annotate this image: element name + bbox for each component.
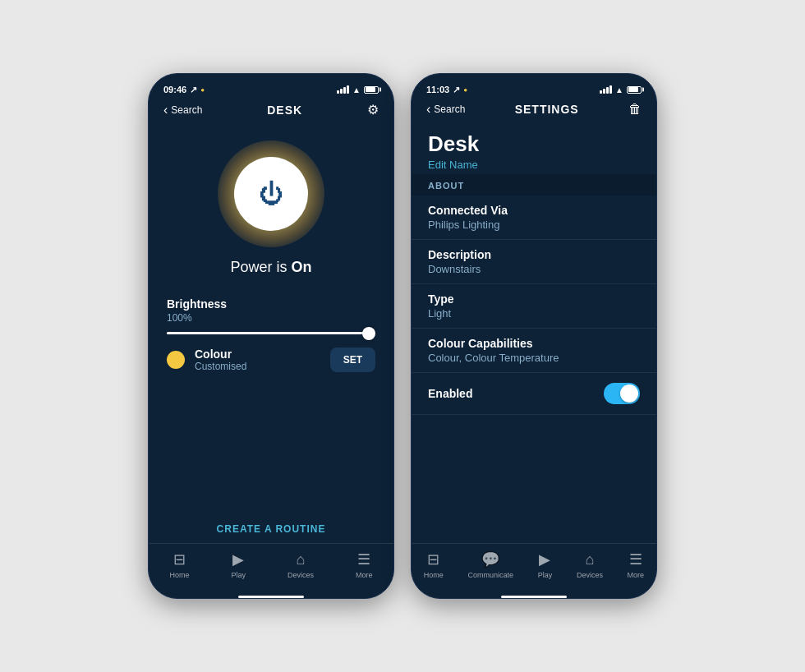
phones-container: 09:46 ↗ ● ▲ ‹ Search	[131, 57, 674, 615]
nav-item-home-left[interactable]: ⊟ Home	[169, 550, 189, 579]
status-bar-right: 11:03 ↗ ● ▲	[412, 74, 656, 100]
status-bar-left: 09:46 ↗ ● ▲	[149, 74, 393, 100]
home-label-left: Home	[169, 571, 189, 579]
type-value: Light	[428, 307, 640, 320]
chevron-left-icon-right: ‹	[426, 102, 430, 117]
brightness-label: Brightness	[167, 297, 375, 311]
devices-label-left: Devices	[288, 571, 314, 579]
more-icon-left: ☰	[357, 550, 370, 568]
description-label: Description	[428, 248, 640, 261]
brightness-pct: 100%	[167, 312, 375, 324]
edit-name-button[interactable]: Edit Name	[428, 159, 640, 171]
location-icon: ↗	[190, 85, 197, 95]
connected-via-value: Philips Lighting	[428, 219, 640, 231]
enabled-label: Enabled	[428, 387, 472, 400]
power-status-bold: On	[292, 259, 312, 275]
home-label-right: Home	[424, 571, 444, 579]
wifi-icon-right: ▲	[615, 85, 623, 94]
type-label: Type	[428, 292, 640, 306]
nav-item-play-left[interactable]: ▶ Play	[231, 550, 246, 579]
setting-row-type: Type Light	[412, 284, 656, 329]
more-icon-right: ☰	[629, 550, 642, 568]
home-bar-left	[238, 596, 304, 598]
power-section: ⏻ Power is On	[149, 124, 393, 284]
power-button-wrapper[interactable]: ⏻	[218, 140, 324, 247]
colour-section: Colour Customised SET	[167, 348, 375, 372]
description-value: Downstairs	[428, 263, 640, 275]
time-left: 09:46	[163, 85, 186, 94]
devices-icon-left: ⌂	[297, 551, 306, 568]
slider-track	[167, 332, 375, 334]
home-icon-right: ⊟	[427, 550, 439, 568]
battery-icon	[364, 86, 379, 94]
wifi-icon: ▲	[352, 85, 361, 94]
toggle-thumb	[620, 384, 638, 403]
trash-icon[interactable]: 🗑	[628, 102, 642, 117]
colour-caps-value: Colour, Colour Temperature	[428, 352, 640, 364]
more-label-left: More	[356, 571, 373, 579]
routine-section: CREATE A ROUTINE	[149, 385, 393, 543]
status-left-right: 11:03 ↗ ●	[426, 85, 467, 95]
create-routine-button[interactable]: CREATE A ROUTINE	[217, 523, 326, 535]
slider-thumb[interactable]	[362, 327, 375, 340]
power-icon: ⏻	[259, 180, 283, 208]
battery-icon-right	[627, 86, 642, 94]
dot-indicator: ●	[200, 86, 205, 94]
time-right: 11:03	[426, 85, 449, 94]
power-status: Power is On	[230, 259, 311, 276]
nav-bar-left: ‹ Search DESK ⚙	[149, 100, 393, 124]
signal-bars-right	[600, 85, 612, 94]
setting-row-connected: Connected Via Philips Lighting	[412, 196, 656, 240]
back-button-left[interactable]: ‹ Search	[163, 103, 202, 117]
bottom-nav-right: ⊟ Home 💬 Communicate ▶ Play ⌂ Devices ☰ …	[412, 543, 656, 591]
nav-item-play-right[interactable]: ▶ Play	[538, 550, 553, 579]
controls-section: Brightness 100% Colour Customised SET	[149, 284, 393, 385]
back-button-right[interactable]: ‹ Search	[426, 102, 465, 117]
colour-caps-label: Colour Capabilities	[428, 337, 640, 350]
right-phone: 11:03 ↗ ● ▲ ‹ Search	[411, 73, 657, 599]
enabled-row: Enabled	[412, 373, 656, 415]
status-right: ▲	[337, 85, 379, 94]
bottom-nav-left: ⊟ Home ▶ Play ⌂ Devices ☰ More	[149, 543, 393, 591]
nav-bar-right: ‹ Search SETTINGS 🗑	[412, 100, 656, 123]
colour-dot	[167, 351, 185, 369]
nav-item-devices-right[interactable]: ⌂ Devices	[577, 551, 603, 579]
location-icon-right: ↗	[453, 85, 460, 95]
settings-icon[interactable]: ⚙	[367, 102, 379, 117]
nav-item-communicate-right[interactable]: 💬 Communicate	[468, 550, 514, 579]
dot-indicator-right: ●	[463, 86, 467, 94]
search-label-left: Search	[171, 104, 202, 116]
more-label-right: More	[628, 571, 645, 579]
devices-label-right: Devices	[577, 571, 603, 579]
play-label-left: Play	[231, 571, 246, 579]
enabled-toggle[interactable]	[604, 383, 640, 404]
brightness-slider[interactable]	[167, 332, 375, 334]
colour-sublabel: Customised	[195, 361, 320, 372]
device-title: Desk	[428, 131, 640, 157]
about-section-header: ABOUT	[412, 174, 656, 196]
play-icon-left: ▶	[232, 550, 244, 568]
page-title-right: SETTINGS	[515, 103, 579, 116]
home-bar-right	[501, 596, 567, 598]
set-button[interactable]: SET	[330, 348, 375, 372]
status-right-right: ▲	[600, 85, 642, 94]
nav-item-more-left[interactable]: ☰ More	[356, 550, 373, 579]
connected-via-label: Connected Via	[428, 204, 640, 217]
communicate-icon-right: 💬	[481, 550, 499, 568]
play-label-right: Play	[538, 571, 553, 579]
nav-item-devices-left[interactable]: ⌂ Devices	[288, 551, 314, 579]
colour-info: Colour Customised	[195, 348, 320, 372]
power-status-text: Power is	[230, 259, 291, 275]
communicate-label-right: Communicate	[468, 571, 514, 579]
colour-label: Colour	[195, 348, 320, 361]
devices-icon-right: ⌂	[585, 551, 594, 568]
power-circle: ⏻	[234, 157, 308, 231]
page-title-left: DESK	[267, 104, 302, 117]
left-phone: 09:46 ↗ ● ▲ ‹ Search	[148, 73, 394, 599]
device-name-section: Desk Edit Name	[412, 123, 656, 174]
nav-item-more-right[interactable]: ☰ More	[628, 550, 645, 579]
settings-content: Desk Edit Name ABOUT Connected Via Phili…	[412, 123, 656, 543]
slider-fill	[167, 332, 369, 334]
signal-bars	[337, 85, 349, 94]
nav-item-home-right[interactable]: ⊟ Home	[424, 550, 444, 579]
